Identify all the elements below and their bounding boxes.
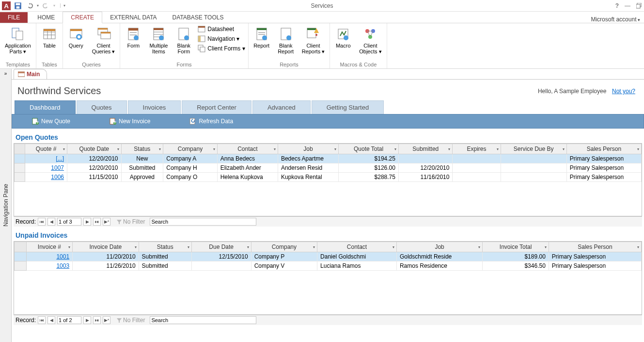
column-header[interactable]: Company▾ — [163, 144, 217, 154]
account-menu[interactable]: Microsoft account — [591, 16, 640, 23]
multiple-items-button[interactable]: Multiple Items — [147, 25, 170, 55]
record-position-input[interactable] — [57, 218, 81, 226]
blank-report-button[interactable]: Blank Report — [276, 25, 296, 55]
new-record-button[interactable]: ▶* — [103, 316, 110, 324]
form-button[interactable]: Form — [123, 25, 143, 49]
invoices-search-input[interactable] — [150, 316, 256, 324]
record-link[interactable]: [...] — [25, 154, 67, 163]
navigation-pane-toggle[interactable]: » Navigation Pane — [0, 69, 12, 342]
chevron-down-icon[interactable]: ▾ — [394, 147, 396, 151]
column-header[interactable]: Company▾ — [251, 242, 317, 252]
column-header[interactable]: Status▾ — [139, 242, 191, 252]
chevron-down-icon[interactable]: ▾ — [68, 245, 70, 249]
document-tab-main[interactable]: Main — [14, 69, 47, 79]
column-header[interactable]: Quote Total▾ — [339, 144, 399, 154]
row-selector[interactable] — [15, 261, 27, 271]
form-tab-dashboard[interactable]: Dashboard — [15, 100, 76, 114]
row-selector-header[interactable] — [15, 242, 27, 252]
chevron-down-icon[interactable]: ▾ — [563, 147, 565, 151]
first-record-button[interactable]: ⏮ — [38, 316, 46, 324]
record-link[interactable]: 1007 — [25, 163, 67, 173]
column-header[interactable]: Quote #▾ — [25, 144, 67, 154]
undo-dropdown[interactable]: ▾ — [37, 3, 39, 8]
next-record-button[interactable]: ▶ — [83, 218, 91, 226]
tab-home[interactable]: HOME — [30, 12, 63, 23]
record-link[interactable]: 1003 — [26, 261, 73, 271]
client-objects-button[interactable]: Client Objects ▾ — [357, 25, 383, 55]
column-header[interactable]: Invoice #▾ — [26, 242, 73, 252]
chevron-down-icon[interactable]: ▾ — [313, 245, 315, 249]
chevron-down-icon[interactable]: ▾ — [478, 245, 480, 249]
chevron-down-icon[interactable]: ▾ — [274, 147, 276, 151]
macro-button[interactable]: Macro — [333, 25, 353, 49]
table-row[interactable]: 100111/20/2010Submitted12/15/2010Company… — [15, 252, 642, 261]
chevron-down-icon[interactable]: ▾ — [159, 147, 161, 151]
blank-form-button[interactable]: Blank Form — [173, 25, 194, 55]
tab-create[interactable]: CREATE — [63, 12, 102, 23]
column-header[interactable]: Contact▾ — [217, 144, 278, 154]
last-record-button[interactable]: ⏭ — [93, 218, 101, 226]
chevron-down-icon[interactable]: ▾ — [188, 245, 189, 249]
column-header[interactable]: Expires▾ — [453, 144, 501, 154]
chevron-down-icon[interactable]: ▾ — [545, 245, 547, 249]
minimize-icon[interactable]: — — [625, 2, 630, 9]
column-header[interactable]: Invoice Total▾ — [483, 242, 549, 252]
chevron-down-icon[interactable]: ▾ — [393, 245, 394, 249]
column-header[interactable]: Status▾ — [121, 144, 163, 154]
client-forms-button[interactable]: Client Forms ▾ — [198, 45, 245, 52]
column-header[interactable]: Service Due By▾ — [501, 144, 566, 154]
chevron-down-icon[interactable]: ▾ — [213, 147, 215, 151]
next-record-button[interactable]: ▶ — [83, 316, 91, 324]
new-record-button[interactable]: ▶* — [103, 218, 110, 226]
client-reports-button[interactable]: Client Reports ▾ — [300, 25, 327, 55]
tab-database-tools[interactable]: DATABASE TOOLS — [165, 12, 232, 23]
form-tab-invoices[interactable]: Invoices — [128, 100, 181, 114]
table-row[interactable]: [...]12/20/2010NewCompany AAnna BedecsBe… — [15, 154, 642, 163]
restore-icon[interactable] — [636, 3, 642, 9]
record-position-input[interactable] — [57, 316, 81, 324]
chevron-down-icon[interactable]: ▾ — [637, 147, 639, 151]
row-selector[interactable] — [15, 252, 27, 261]
column-header[interactable]: Sales Person▾ — [566, 144, 641, 154]
chevron-down-icon[interactable]: ▾ — [497, 147, 499, 151]
last-record-button[interactable]: ⏭ — [93, 316, 101, 324]
column-header[interactable]: Submitted▾ — [398, 144, 452, 154]
column-header[interactable]: Job▾ — [396, 242, 482, 252]
chevron-down-icon[interactable]: ▾ — [247, 245, 249, 249]
column-header[interactable]: Due Date▾ — [191, 242, 251, 252]
redo-dropdown[interactable]: ▾ — [53, 3, 55, 8]
form-tab-report-center[interactable]: Report Center — [182, 100, 251, 114]
row-selector[interactable] — [15, 154, 25, 163]
chevron-down-icon[interactable]: ▾ — [135, 245, 137, 249]
row-selector-header[interactable] — [15, 144, 25, 154]
tab-external-data[interactable]: EXTERNAL DATA — [102, 12, 164, 23]
undo-icon[interactable] — [25, 1, 34, 10]
chevron-down-icon[interactable]: ▾ — [63, 147, 65, 151]
table-button[interactable]: Table — [39, 25, 60, 49]
query-button[interactable]: Query — [66, 25, 86, 49]
new-quote-button[interactable]: +New Quote — [31, 117, 70, 125]
column-header[interactable]: Quote Date▾ — [67, 144, 121, 154]
prev-record-button[interactable]: ◀ — [47, 316, 55, 324]
client-queries-button[interactable]: Client Queries ▾ — [90, 25, 117, 55]
column-header[interactable]: Sales Person▾ — [549, 242, 641, 252]
row-selector[interactable] — [15, 173, 25, 182]
navigation-button[interactable]: Navigation ▾ — [198, 35, 245, 43]
record-link[interactable]: 1006 — [25, 173, 67, 182]
refresh-data-button[interactable]: Refresh Data — [189, 117, 233, 125]
record-link[interactable]: 1001 — [26, 252, 73, 261]
column-header[interactable]: Invoice Date▾ — [73, 242, 139, 252]
chevron-down-icon[interactable]: ▾ — [334, 147, 336, 151]
not-you-link[interactable]: Not you? — [612, 88, 635, 95]
table-row[interactable]: 100712/20/2010SubmittedCompany HElizabet… — [15, 163, 642, 173]
chevron-down-icon[interactable]: ▾ — [117, 147, 119, 151]
help-icon[interactable]: ? — [615, 2, 619, 9]
datasheet-button[interactable]: Datasheet — [198, 25, 245, 33]
row-selector[interactable] — [15, 163, 25, 173]
application-parts-button[interactable]: Application Parts ▾ — [3, 25, 33, 55]
form-tab-getting-started[interactable]: Getting Started — [312, 100, 384, 114]
column-header[interactable]: Job▾ — [278, 144, 338, 154]
qat-customize[interactable]: ▾ — [60, 3, 65, 8]
redo-icon[interactable] — [42, 1, 50, 10]
report-button[interactable]: Report — [251, 25, 272, 49]
